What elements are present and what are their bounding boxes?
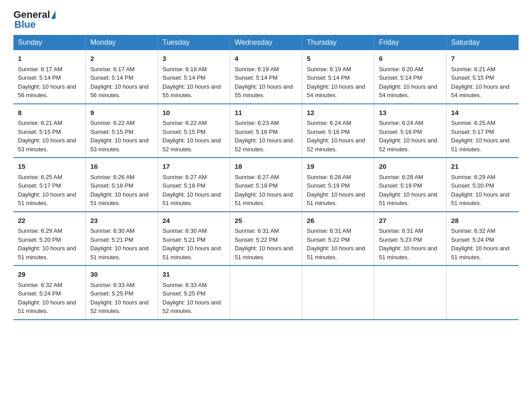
day-number: 16 (90, 162, 153, 172)
calendar-day-cell: 6 Sunrise: 6:20 AMSunset: 5:14 PMDayligh… (374, 50, 446, 104)
day-info: Sunrise: 6:31 AMSunset: 5:23 PMDaylight:… (379, 227, 437, 261)
day-number: 20 (379, 162, 442, 172)
calendar-day-cell: 10 Sunrise: 6:22 AMSunset: 5:15 PMDaylig… (158, 104, 230, 158)
day-info: Sunrise: 6:21 AMSunset: 5:15 PMDaylight:… (18, 120, 76, 153)
day-number: 11 (235, 108, 297, 118)
weekday-header-thursday: Thursday (302, 35, 374, 50)
day-info: Sunrise: 6:17 AMSunset: 5:14 PMDaylight:… (18, 66, 76, 99)
day-info: Sunrise: 6:28 AMSunset: 5:19 PMDaylight:… (307, 174, 365, 207)
day-info: Sunrise: 6:32 AMSunset: 5:24 PMDaylight:… (451, 227, 509, 261)
calendar-day-cell: 9 Sunrise: 6:22 AMSunset: 5:15 PMDayligh… (86, 104, 158, 158)
day-number: 17 (163, 162, 225, 172)
calendar-week-row: 22 Sunrise: 6:29 AMSunset: 5:20 PMDaylig… (13, 212, 519, 266)
day-number: 18 (235, 162, 297, 172)
weekday-header-tuesday: Tuesday (158, 35, 230, 50)
day-info: Sunrise: 6:31 AMSunset: 5:22 PMDaylight:… (307, 227, 365, 261)
calendar-day-cell: 2 Sunrise: 6:17 AMSunset: 5:14 PMDayligh… (86, 50, 158, 104)
day-info: Sunrise: 6:25 AMSunset: 5:17 PMDaylight:… (18, 174, 76, 207)
day-number: 23 (90, 216, 153, 226)
calendar-day-cell: 26 Sunrise: 6:31 AMSunset: 5:22 PMDaylig… (302, 212, 374, 266)
day-info: Sunrise: 6:29 AMSunset: 5:20 PMDaylight:… (451, 174, 509, 207)
calendar-day-cell: 28 Sunrise: 6:32 AMSunset: 5:24 PMDaylig… (446, 212, 519, 266)
calendar-day-cell (302, 265, 374, 320)
day-number: 9 (90, 108, 153, 118)
day-number: 24 (163, 216, 225, 226)
calendar-day-cell: 17 Sunrise: 6:27 AMSunset: 5:18 PMDaylig… (158, 158, 230, 212)
logo-blue-text: Blue (13, 19, 36, 30)
calendar-day-cell: 30 Sunrise: 6:33 AMSunset: 5:25 PMDaylig… (86, 265, 158, 320)
day-number: 19 (307, 162, 369, 172)
calendar-day-cell: 8 Sunrise: 6:21 AMSunset: 5:15 PMDayligh… (13, 104, 86, 158)
calendar-day-cell: 22 Sunrise: 6:29 AMSunset: 5:20 PMDaylig… (13, 212, 86, 266)
weekday-header-row: SundayMondayTuesdayWednesdayThursdayFrid… (13, 35, 519, 50)
day-number: 31 (163, 270, 225, 280)
day-number: 13 (379, 108, 442, 118)
day-number: 1 (18, 54, 81, 64)
logo: General Blue (13, 9, 56, 30)
calendar-day-cell: 5 Sunrise: 6:19 AMSunset: 5:14 PMDayligh… (302, 50, 374, 104)
calendar-day-cell: 11 Sunrise: 6:23 AMSunset: 5:16 PMDaylig… (230, 104, 302, 158)
calendar-day-cell: 16 Sunrise: 6:26 AMSunset: 5:18 PMDaylig… (86, 158, 158, 212)
day-info: Sunrise: 6:18 AMSunset: 5:14 PMDaylight:… (163, 66, 221, 99)
calendar-day-cell: 15 Sunrise: 6:25 AMSunset: 5:17 PMDaylig… (13, 158, 86, 212)
calendar-day-cell: 31 Sunrise: 6:33 AMSunset: 5:25 PMDaylig… (158, 265, 230, 320)
day-number: 14 (451, 108, 514, 118)
day-number: 6 (379, 54, 442, 64)
calendar-day-cell: 19 Sunrise: 6:28 AMSunset: 5:19 PMDaylig… (302, 158, 374, 212)
calendar-day-cell: 20 Sunrise: 6:28 AMSunset: 5:19 PMDaylig… (374, 158, 446, 212)
day-number: 5 (307, 54, 369, 64)
logo-triangle-icon (51, 11, 56, 19)
day-info: Sunrise: 6:32 AMSunset: 5:24 PMDaylight:… (18, 282, 76, 315)
calendar-day-cell: 27 Sunrise: 6:31 AMSunset: 5:23 PMDaylig… (374, 212, 446, 266)
day-info: Sunrise: 6:22 AMSunset: 5:15 PMDaylight:… (90, 120, 149, 153)
day-info: Sunrise: 6:33 AMSunset: 5:25 PMDaylight:… (90, 282, 149, 315)
weekday-header-monday: Monday (86, 35, 158, 50)
calendar-day-cell: 3 Sunrise: 6:18 AMSunset: 5:14 PMDayligh… (158, 50, 230, 104)
day-number: 26 (307, 216, 369, 226)
day-number: 3 (163, 54, 225, 64)
calendar-day-cell: 29 Sunrise: 6:32 AMSunset: 5:24 PMDaylig… (13, 265, 86, 320)
calendar-day-cell: 21 Sunrise: 6:29 AMSunset: 5:20 PMDaylig… (446, 158, 519, 212)
calendar-day-cell: 18 Sunrise: 6:27 AMSunset: 5:18 PMDaylig… (230, 158, 302, 212)
calendar-table: SundayMondayTuesdayWednesdayThursdayFrid… (13, 35, 519, 320)
calendar-week-row: 8 Sunrise: 6:21 AMSunset: 5:15 PMDayligh… (13, 104, 519, 158)
day-info: Sunrise: 6:28 AMSunset: 5:19 PMDaylight:… (379, 174, 437, 207)
calendar-day-cell: 24 Sunrise: 6:30 AMSunset: 5:21 PMDaylig… (158, 212, 230, 266)
day-info: Sunrise: 6:30 AMSunset: 5:21 PMDaylight:… (163, 227, 221, 261)
calendar-day-cell: 7 Sunrise: 6:21 AMSunset: 5:15 PMDayligh… (446, 50, 519, 104)
page-header: General Blue (13, 9, 519, 30)
day-number: 28 (451, 216, 514, 226)
calendar-day-cell: 4 Sunrise: 6:19 AMSunset: 5:14 PMDayligh… (230, 50, 302, 104)
day-info: Sunrise: 6:20 AMSunset: 5:14 PMDaylight:… (379, 66, 437, 99)
calendar-day-cell: 25 Sunrise: 6:31 AMSunset: 5:22 PMDaylig… (230, 212, 302, 266)
calendar-day-cell: 12 Sunrise: 6:24 AMSunset: 5:16 PMDaylig… (302, 104, 374, 158)
weekday-header-friday: Friday (374, 35, 446, 50)
day-info: Sunrise: 6:19 AMSunset: 5:14 PMDaylight:… (235, 66, 293, 99)
day-number: 27 (379, 216, 442, 226)
calendar-day-cell: 13 Sunrise: 6:24 AMSunset: 5:16 PMDaylig… (374, 104, 446, 158)
day-number: 4 (235, 54, 297, 64)
day-info: Sunrise: 6:25 AMSunset: 5:17 PMDaylight:… (451, 120, 509, 153)
day-info: Sunrise: 6:24 AMSunset: 5:16 PMDaylight:… (307, 120, 365, 153)
day-number: 25 (235, 216, 297, 226)
day-number: 15 (18, 162, 81, 172)
day-info: Sunrise: 6:24 AMSunset: 5:16 PMDaylight:… (379, 120, 437, 153)
calendar-week-row: 15 Sunrise: 6:25 AMSunset: 5:17 PMDaylig… (13, 158, 519, 212)
weekday-header-wednesday: Wednesday (230, 35, 302, 50)
day-info: Sunrise: 6:31 AMSunset: 5:22 PMDaylight:… (235, 227, 293, 261)
calendar-day-cell (230, 265, 302, 320)
calendar-day-cell (374, 265, 446, 320)
day-number: 29 (18, 270, 81, 280)
calendar-day-cell: 23 Sunrise: 6:30 AMSunset: 5:21 PMDaylig… (86, 212, 158, 266)
day-number: 12 (307, 108, 369, 118)
day-info: Sunrise: 6:27 AMSunset: 5:18 PMDaylight:… (163, 174, 221, 207)
calendar-week-row: 29 Sunrise: 6:32 AMSunset: 5:24 PMDaylig… (13, 265, 519, 320)
weekday-header-sunday: Sunday (13, 35, 86, 50)
day-number: 7 (451, 54, 514, 64)
day-info: Sunrise: 6:17 AMSunset: 5:14 PMDaylight:… (90, 66, 149, 99)
day-number: 30 (90, 270, 153, 280)
day-number: 8 (18, 108, 81, 118)
day-info: Sunrise: 6:27 AMSunset: 5:18 PMDaylight:… (235, 174, 293, 207)
day-number: 22 (18, 216, 81, 226)
day-info: Sunrise: 6:19 AMSunset: 5:14 PMDaylight:… (307, 66, 365, 99)
